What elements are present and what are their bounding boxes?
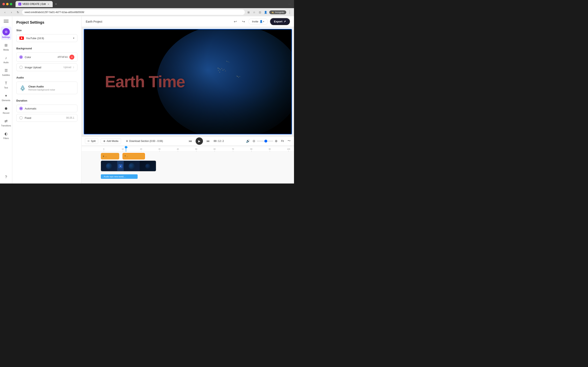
fixed-radio[interactable] xyxy=(19,116,23,119)
audio-section: Audio Clean Audio Remove background nois… xyxy=(16,76,77,94)
export-arrow-icon: ↗ xyxy=(284,20,286,23)
sidebar-item-media[interactable]: ⊞ Media xyxy=(1,41,11,53)
text-track-row: ⏸ ... T ... xyxy=(85,152,291,160)
main-area: Earth Project ↩ ↪ Invite 👤+ Export ↗ xyxy=(82,16,294,184)
tab-favicon: V xyxy=(18,3,21,6)
sidebar-item-text[interactable]: T Text xyxy=(1,79,11,91)
video-title-text: Earth Time xyxy=(105,72,185,91)
image-radio[interactable] xyxy=(19,66,23,69)
sidebar-item-settings[interactable]: ⚙ Settings xyxy=(1,26,11,40)
sidebar-item-audio[interactable]: ♪ Audio xyxy=(1,53,11,65)
elements-icon: ✦ xyxy=(3,93,9,99)
sidebar-item-transitions[interactable]: ⇄ Transitions xyxy=(1,117,11,128)
playhead[interactable] xyxy=(126,147,126,152)
size-dropdown[interactable]: YouTube (16:9) ▾ xyxy=(16,34,77,42)
add-media-button[interactable]: ⊕ Add Media xyxy=(101,138,121,144)
cast-icon[interactable]: ⊞ xyxy=(246,10,251,14)
undo-button[interactable]: ↩ xyxy=(232,18,238,25)
bookmark-icon[interactable]: ☆ xyxy=(252,10,256,14)
sidebar-label-text: Text xyxy=(4,87,8,89)
skip-back-button[interactable]: ⏮ xyxy=(187,138,193,144)
browser-chrome: V VEED CREATE | Edit ✕ + ⋯ xyxy=(0,0,294,8)
pause-clip[interactable]: ⏸ ... xyxy=(101,153,119,159)
extension-icon[interactable]: ⊡ xyxy=(258,10,262,14)
top-toolbar: Earth Project ↩ ↪ Invite 👤+ Export ↗ xyxy=(82,16,294,27)
text-clip[interactable]: T ... xyxy=(122,153,145,159)
volume-button[interactable]: 🔊 xyxy=(246,139,250,143)
toolbar-right: ↩ ↪ Invite 👤+ Export ↗ xyxy=(232,18,290,25)
three-dots-menu[interactable]: ⋯ xyxy=(287,2,292,6)
clean-audio-card[interactable]: Clean Audio Remove background noise xyxy=(16,82,77,94)
timeline-ruler: 0 10 20 30 40 50 60 70 80 90 100 110 xyxy=(82,147,294,152)
incognito-button[interactable]: 🕵 Incognito xyxy=(269,10,286,14)
export-label: Export xyxy=(274,20,282,23)
image-option[interactable]: Image Upload Upload ↑ xyxy=(16,63,77,71)
minimize-button[interactable] xyxy=(6,3,9,5)
add-icon: ⊕ xyxy=(103,140,105,142)
waveform-button[interactable]: 〜 xyxy=(287,139,291,143)
sidebar-item-filters[interactable]: ◐ Filters xyxy=(1,129,11,141)
color-radio[interactable] xyxy=(19,55,23,59)
sidebar-item-elements[interactable]: ✦ Elements xyxy=(1,91,11,103)
address-input[interactable] xyxy=(22,9,245,15)
new-tab-button[interactable]: + xyxy=(53,2,58,7)
redo-button[interactable]: ↪ xyxy=(240,18,246,25)
export-button[interactable]: Export ↗ xyxy=(270,18,290,25)
background-section: Background Color #FF4F4A ✕ Image Upload … xyxy=(16,47,77,71)
tab-close-button[interactable]: ✕ xyxy=(47,3,50,6)
upload-icon: ↑ xyxy=(73,66,74,69)
zoom-thumb[interactable] xyxy=(264,140,267,142)
sidebar-label-media: Media xyxy=(3,49,9,51)
close-button[interactable] xyxy=(2,3,5,5)
youtube-icon xyxy=(19,36,24,40)
active-tab[interactable]: V VEED CREATE | Edit ✕ xyxy=(16,1,53,7)
duration-section-title: Duration xyxy=(16,99,77,102)
duration-section: Duration Automatic Fixed 00:25.1 xyxy=(16,99,77,122)
add-media-label: Add Media xyxy=(107,140,118,142)
app-container: ⚙ Settings ⊞ Media ♪ Audio ☰ Subtitles T… xyxy=(0,16,294,184)
tab-bar: V VEED CREATE | Edit ✕ + xyxy=(16,1,286,7)
zoom-slider[interactable] xyxy=(257,141,273,142)
download-section-button[interactable]: ⬇ Download Section (0:00 - 0:06) xyxy=(123,138,165,144)
forward-button[interactable]: › xyxy=(9,10,14,15)
browser-menu-button[interactable]: ⋮ xyxy=(288,10,292,15)
zoom-in-button[interactable]: ⊕ xyxy=(275,139,277,143)
back-button[interactable]: ‹ xyxy=(2,10,7,15)
maximize-button[interactable] xyxy=(10,3,12,5)
automatic-radio[interactable] xyxy=(19,107,23,110)
sidebar-label-filters: Filters xyxy=(3,137,9,140)
audio-clip[interactable]: ♩ Audio epic-new-world.... xyxy=(101,174,138,179)
skip-forward-button[interactable]: ⏭ xyxy=(205,138,211,144)
color-option[interactable]: Color #FF4F4A ✕ xyxy=(16,52,77,62)
svg-point-0 xyxy=(22,87,24,89)
sidebar-label-record: Record xyxy=(3,112,9,114)
clean-audio-title: Clean Audio xyxy=(28,85,55,88)
video-clip[interactable]: ✕ xyxy=(101,161,156,171)
refresh-button[interactable]: ↻ xyxy=(16,10,20,15)
video-track-row: ✕ xyxy=(85,161,291,172)
tab-label: VEED CREATE | Edit xyxy=(22,3,46,6)
help-icon: ? xyxy=(3,174,9,180)
sidebar-item-subtitles[interactable]: ☰ Subtitles xyxy=(1,66,11,78)
video-canvas[interactable]: Earth Time xyxy=(84,29,292,134)
play-pause-button[interactable]: ▶ xyxy=(196,137,203,145)
fixed-option[interactable]: Fixed 00:25.1 xyxy=(16,114,77,122)
zoom-out-button[interactable]: ⊖ xyxy=(252,139,255,143)
invite-button[interactable]: Invite 👤+ xyxy=(249,18,268,25)
clean-audio-text: Clean Audio Remove background noise xyxy=(28,85,55,91)
clean-audio-icon xyxy=(19,85,26,91)
settings-icon: ⚙ xyxy=(2,28,10,35)
sidebar-item-help[interactable]: ? xyxy=(1,173,11,182)
sidebar-label-subtitles: Subtitles xyxy=(2,74,10,76)
fit-button[interactable]: Fit xyxy=(280,139,285,143)
automatic-option[interactable]: Automatic xyxy=(16,105,77,112)
audio-section-title: Audio xyxy=(16,76,77,79)
filters-icon: ◐ xyxy=(3,131,9,137)
split-button[interactable]: ✂ Split xyxy=(85,138,98,144)
hamburger-menu[interactable] xyxy=(3,18,9,24)
color-swatch[interactable]: ✕ xyxy=(69,55,74,59)
sidebar-item-record[interactable]: ⏺ Record xyxy=(1,104,11,116)
dropdown-arrow-icon: ▾ xyxy=(73,37,74,40)
timeline: 0 10 20 30 40 50 60 70 80 90 100 110 xyxy=(82,145,294,184)
profile-icon[interactable]: 👤 xyxy=(264,10,268,14)
